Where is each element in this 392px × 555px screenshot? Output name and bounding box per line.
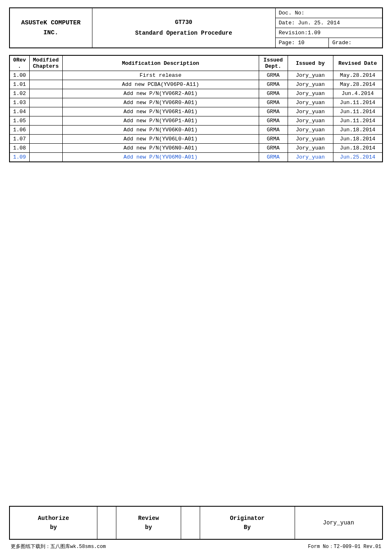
col-header-mod: ModifiedChapters [29,55,62,71]
header-table: ASUSTeK COMPUTER INC. GT730 Standard Ope… [9,7,383,48]
page-wrapper: ASUSTeK COMPUTER INC. GT730 Standard Ope… [0,0,392,555]
cell-desc: Add new P/N(YV06N0-A01) [62,144,259,153]
cell-mod [29,71,62,80]
cell-revdate: May.28.2014 [333,80,383,89]
cell-issby: Jory_yuan [288,126,333,135]
table-row: 1.04Add new P/N(YV06R1-A01)GRMAJory_yuan… [9,107,383,116]
cell-revdate: Jun.18.2014 [333,144,383,153]
table-row: 1.06Add new P/N(YV06K0-A01)GRMAJory_yuan… [9,126,383,135]
col-header-rev: 0Rev. [9,55,29,71]
doc-no-row: Doc. No: [276,8,383,18]
cell-mod [29,144,62,153]
cell-rev: 1.04 [9,107,29,116]
cell-issby: Jory_yuan [288,89,333,98]
cell-dept: GRMA [259,126,288,135]
cell-dept: GRMA [259,89,288,98]
cell-rev: 1.06 [9,126,29,135]
grade-cell: Grade: [329,38,382,47]
cell-revdate: Jun.11.2014 [333,116,383,126]
title-cell: GT730 Standard Operation Procedure [92,8,275,48]
authorize-table: Authorize by Review by Originator By Jor… [9,506,383,540]
company-cell: ASUSTeK COMPUTER INC. [9,8,92,48]
cell-dept: GRMA [259,107,288,116]
review-label-cell: Review by [116,506,181,539]
revision-row: Revision:1.09 [276,28,383,38]
cell-revdate: Jun.11.2014 [333,107,383,116]
cell-issby: Jory_yuan [288,116,333,126]
cell-revdate: Jun.18.2014 [333,126,383,135]
title-line1: GT730 [96,17,272,28]
revision-table: 0Rev. ModifiedChapters Modification Desc… [9,55,383,162]
page-cell: Page: 10 [276,38,329,47]
cell-issby: Jory_yuan [288,107,333,116]
table-row: 1.05Add new P/N(YV06P1-A01)GRMAJory_yuan… [9,116,383,126]
bottom-right-text: Form No：T2-009-01 Rev.01 [308,543,381,550]
cell-desc: Add new P/N(YV06K0-A01) [62,126,259,135]
page-grade-row: Page: 10 Grade: [276,38,383,47]
cell-desc: Add new P/N(YV06R0-A01) [62,98,259,107]
originator-label-cell: Originator By [200,506,295,539]
cell-desc: Add new P/N(YV06M0-A01) [62,153,259,162]
originator-value-cell: Jory_yuan [295,506,383,539]
cell-mod [29,116,62,126]
cell-revdate: Jun.4.2014 [333,89,383,98]
cell-dept: GRMA [259,80,288,89]
cell-desc: Add new P/N(YV06R1-A01) [62,107,259,116]
table-row: 1.02Add new P/N(YV06R2-A01)GRMAJory_yuan… [9,89,383,98]
table-row: 1.08Add new P/N(YV06N0-A01)GRMAJory_yuan… [9,144,383,153]
col-header-desc: Modification Description [62,55,259,71]
header-right-inner: Doc. No: Date: Jun. 25. 2014 Revision:1.… [276,8,383,47]
table-row: 1.00First releaseGRMAJory_yuanMay.28.201… [9,71,383,80]
cell-rev: 1.07 [9,135,29,144]
cell-mod [29,107,62,116]
cell-desc: Add new PCBA(YV06P0-A11) [62,80,259,89]
table-row: 1.03Add new P/N(YV06R0-A01)GRMAJory_yuan… [9,98,383,107]
cell-revdate: May.28.2014 [333,71,383,80]
cell-issby: Jory_yuan [288,135,333,144]
cell-rev: 1.00 [9,71,29,80]
cell-mod [29,98,62,107]
cell-dept: GRMA [259,135,288,144]
cell-rev: 1.03 [9,98,29,107]
cell-issby: Jory_yuan [288,144,333,153]
authorize-label-cell: Authorize by [9,506,97,539]
cell-mod [29,153,62,162]
cell-rev: 1.09 [9,153,29,162]
cell-issby: Jory_yuan [288,71,333,80]
bottom-bar: 更多图纸下载到：五八图库wk.58sms.com Form No：T2-009-… [9,542,383,551]
cell-desc: Add new P/N(YV06L0-A01) [62,135,259,144]
table-row: 1.09Add new P/N(YV06M0-A01)GRMAJory_yuan… [9,153,383,162]
cell-revdate: Jun.18.2014 [333,135,383,144]
cell-issby: Jory_yuan [288,80,333,89]
cell-desc: Add new P/N(YV06R2-A01) [62,89,259,98]
cell-desc: First release [62,71,259,80]
table-row: 1.01Add new PCBA(YV06P0-A11)GRMAJory_yua… [9,80,383,89]
table-row: 1.07Add new P/N(YV06L0-A01)GRMAJory_yuan… [9,135,383,144]
col-header-issby: Issued by [288,55,333,71]
col-header-revdate: Revised Date [333,55,383,71]
cell-revdate: Jun.25.2014 [333,153,383,162]
cell-issby: Jory_yuan [288,98,333,107]
cell-rev: 1.05 [9,116,29,126]
cell-mod [29,126,62,135]
footer-area: Authorize by Review by Originator By Jor… [9,162,383,551]
cell-dept: GRMA [259,98,288,107]
col-header-dept: IssuedDept. [259,55,288,71]
cell-dept: GRMA [259,144,288,153]
cell-dept: GRMA [259,116,288,126]
cell-mod [29,80,62,89]
cell-desc: Add new P/N(YV06P1-A01) [62,116,259,126]
cell-rev: 1.02 [9,89,29,98]
cell-mod [29,135,62,144]
date-row: Date: Jun. 25. 2014 [276,18,383,28]
cell-dept: GRMA [259,71,288,80]
cell-mod [29,89,62,98]
header-right-cell: Doc. No: Date: Jun. 25. 2014 Revision:1.… [275,8,383,48]
bottom-left-text: 更多图纸下载到：五八图库wk.58sms.com [11,543,106,550]
authorize-value-cell [97,506,116,539]
company-name: ASUSTeK COMPUTER INC. [21,19,80,36]
cell-revdate: Jun.11.2014 [333,98,383,107]
cell-dept: GRMA [259,153,288,162]
review-value-cell [181,506,200,539]
cell-rev: 1.01 [9,80,29,89]
